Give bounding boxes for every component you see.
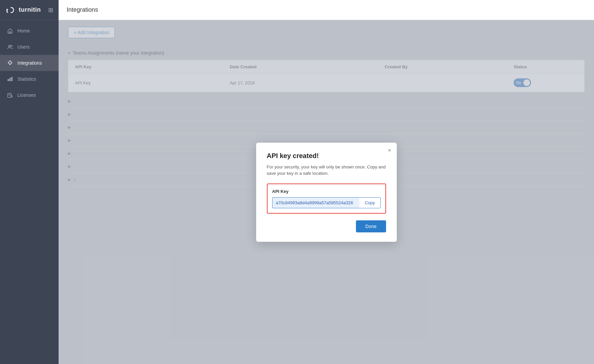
sidebar-statistics-label: Statistics — [17, 76, 36, 82]
sidebar-integrations-label: Integrations — [17, 60, 42, 66]
sidebar-nav: Home Users Integrations Statistics Licen… — [0, 20, 59, 364]
turnitin-logo-icon: t — [5, 5, 15, 15]
logo-text: turnitin — [19, 6, 41, 13]
svg-rect-6 — [11, 77, 13, 81]
sidebar-licenses-label: Licenses — [17, 92, 36, 98]
bar-chart-icon — [7, 76, 13, 82]
done-button[interactable]: Done — [356, 220, 386, 232]
sidebar: t turnitin ⊞ Home Users Integrations — [0, 0, 59, 364]
puzzle-icon — [7, 60, 13, 66]
sidebar-users-label: Users — [17, 44, 30, 50]
modal-overlay: × API key created! For your security, yo… — [59, 20, 594, 364]
sidebar-item-statistics[interactable]: Statistics — [0, 71, 59, 87]
svg-text:t: t — [6, 6, 8, 14]
sidebar-home-label: Home — [17, 28, 30, 33]
copy-button[interactable]: Copy — [359, 197, 380, 208]
api-key-input-row: Copy — [272, 197, 381, 208]
api-key-modal: × API key created! For your security, yo… — [256, 143, 397, 242]
apps-grid-icon[interactable]: ⊞ — [48, 6, 53, 14]
page-title: Integrations — [67, 6, 98, 13]
license-icon — [7, 92, 13, 98]
modal-close-button[interactable]: × — [388, 147, 391, 153]
api-key-input[interactable] — [272, 197, 360, 208]
svg-point-2 — [9, 45, 10, 47]
modal-description: For your security, your key will only be… — [267, 164, 386, 177]
main-content: + Add Integration ▾ Teams Assignments (n… — [59, 20, 594, 364]
logo-area: t turnitin ⊞ — [0, 0, 59, 20]
sidebar-item-licenses[interactable]: Licenses — [0, 87, 59, 103]
svg-point-3 — [11, 45, 12, 47]
sidebar-item-integrations[interactable]: Integrations — [0, 55, 59, 71]
api-key-field-label: API Key — [272, 189, 381, 194]
modal-title: API key created! — [267, 152, 386, 160]
main-area: Integrations + Add Integration ▾ Teams A… — [59, 0, 594, 364]
api-key-section: API Key Copy — [267, 184, 386, 214]
svg-rect-5 — [9, 78, 11, 81]
topbar: Integrations — [59, 0, 594, 20]
users-icon — [7, 44, 13, 50]
home-icon — [7, 27, 13, 34]
sidebar-item-home[interactable]: Home — [0, 23, 59, 39]
sidebar-item-users[interactable]: Users — [0, 39, 59, 55]
modal-footer: Done — [267, 220, 386, 232]
svg-rect-4 — [8, 79, 9, 81]
